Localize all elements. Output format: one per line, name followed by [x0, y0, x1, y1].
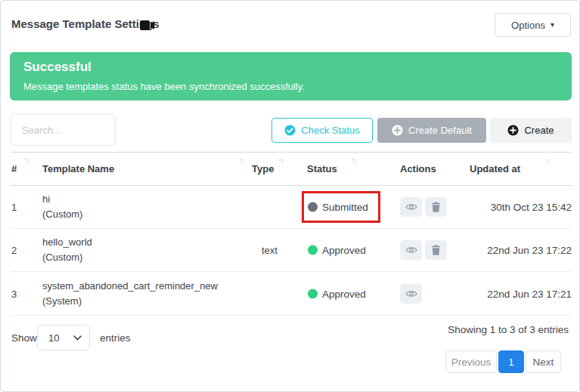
eye-icon: [405, 289, 417, 298]
template-category: (Custom): [42, 250, 92, 265]
view-button[interactable]: [400, 197, 422, 217]
sort-icon[interactable]: ↑↓: [278, 156, 284, 164]
status-dot-approved: [308, 289, 318, 298]
search-input[interactable]: [11, 114, 116, 146]
table-row: 1 hi (Custom) Submitted 30th Oct 23 15:4…: [11, 186, 572, 229]
sort-icon[interactable]: ↑↓: [239, 156, 244, 164]
template-name-cell: system_abandoned_cart_reminder_new (Syst…: [42, 279, 218, 309]
check-circle-icon: [284, 125, 296, 136]
sort-icon[interactable]: ↑↓: [544, 156, 550, 164]
table-header-top-border: [11, 152, 572, 153]
create-label: Create: [524, 125, 554, 136]
type-cell: text: [262, 245, 278, 256]
template-name: system_abandoned_cart_reminder_new: [42, 279, 218, 294]
template-name: hello_world: [42, 235, 92, 250]
alert-message: Message templates status have been synch…: [23, 81, 305, 92]
create-default-label: Create Default: [408, 125, 472, 136]
view-button[interactable]: [400, 240, 422, 260]
updated-at-cell: 30th Oct 23 15:42: [491, 202, 572, 213]
column-header-type[interactable]: Type: [252, 163, 274, 174]
row-number: 2: [11, 245, 17, 256]
pagination-next-button[interactable]: Next: [526, 350, 561, 373]
options-button-label: Options: [511, 20, 545, 31]
status-label: Approved: [322, 245, 366, 256]
alert-title: Successful: [23, 60, 91, 75]
template-name: hi: [42, 192, 82, 207]
show-label: Show: [11, 332, 37, 344]
table-row: 3 system_abandoned_cart_reminder_new (Sy…: [11, 272, 572, 316]
updated-at-cell: 22nd Jun 23 17:21: [487, 288, 572, 299]
updated-at-cell: 22nd Jun 23 17:22: [487, 245, 572, 256]
plus-circle-icon: [507, 125, 519, 136]
success-alert: Successful Message templates status have…: [10, 52, 572, 100]
eye-icon: [405, 245, 417, 255]
template-category: (System): [42, 294, 218, 309]
template-category: (Custom): [42, 207, 82, 222]
row-number: 3: [11, 288, 17, 299]
entries-summary: Showing 1 to 3 of 3 entries: [448, 324, 569, 335]
page-size-value: 10: [48, 332, 59, 344]
page-size-select[interactable]: 10: [37, 325, 90, 350]
chevron-down-icon: [73, 335, 82, 341]
sort-icon[interactable]: ↑↓: [351, 156, 356, 164]
status-label: Submitted: [322, 202, 368, 213]
caret-down-icon: ▾: [551, 21, 554, 29]
check-status-label: Check Status: [301, 125, 359, 136]
sort-icon[interactable]: ↑↓: [24, 156, 29, 164]
status-label: Approved: [322, 288, 366, 299]
create-default-button[interactable]: Create Default: [377, 118, 486, 143]
delete-button[interactable]: [425, 197, 447, 217]
view-button[interactable]: [400, 284, 422, 304]
column-header-name[interactable]: Template Name: [42, 163, 114, 174]
pagination-page-1-button[interactable]: 1: [498, 350, 524, 373]
delete-button[interactable]: [425, 240, 447, 260]
trash-icon: [431, 202, 441, 212]
status-dot-approved: [308, 245, 318, 255]
entries-label: entries: [100, 332, 131, 344]
plus-circle-icon: [392, 125, 403, 136]
template-name-cell: hi (Custom): [42, 192, 82, 222]
create-button[interactable]: Create: [490, 118, 572, 143]
column-header-actions: Actions: [400, 163, 436, 174]
video-camera-icon[interactable]: [140, 20, 154, 33]
check-status-button[interactable]: Check Status: [271, 118, 373, 143]
options-button[interactable]: Options ▾: [495, 13, 571, 37]
eye-icon: [405, 202, 417, 211]
table-row: 2 hello_world (Custom) text Approved 22n…: [11, 229, 572, 272]
trash-icon: [431, 245, 441, 255]
row-number: 1: [11, 202, 17, 213]
column-header-updated[interactable]: Updated at: [470, 163, 520, 174]
page-title: Message Template Settings: [11, 17, 160, 30]
message-template-settings-page: Message Template Settings Options ▾ Succ…: [0, 0, 580, 392]
pagination-previous-button[interactable]: Previous: [445, 350, 497, 373]
column-header-num[interactable]: #: [11, 163, 17, 174]
column-header-status[interactable]: Status: [307, 163, 337, 174]
template-name-cell: hello_world (Custom): [42, 235, 92, 265]
status-dot-submitted: [308, 202, 318, 212]
